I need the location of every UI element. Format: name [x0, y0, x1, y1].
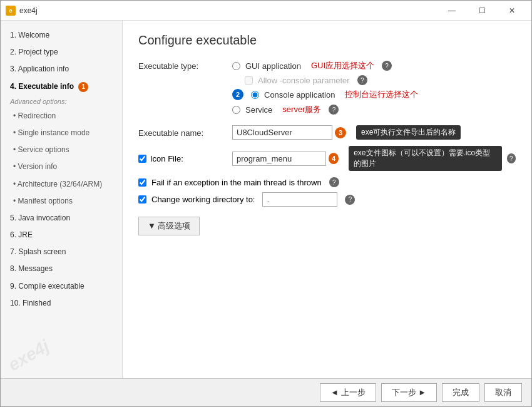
working-dir-checkbox[interactable]: [138, 195, 146, 204]
working-dir-help-icon[interactable]: ?: [345, 195, 355, 205]
executable-name-input[interactable]: [232, 125, 332, 140]
executable-name-label: Executable name:: [138, 127, 232, 138]
app-icon: e: [6, 6, 16, 16]
icon-file-annotation: exe文件图标（可以不设置）需要.ico类型的图片: [349, 146, 501, 171]
icon-file-controls: 4 exe文件图标（可以不设置）需要.ico类型的图片 ?: [232, 146, 516, 171]
sidebar-item-version-info[interactable]: • Version info: [1, 158, 122, 175]
icon-file-badge: 4: [329, 153, 339, 164]
fail-exception-row: Fail if an exception in the main thread …: [138, 177, 516, 187]
console-annotation: 控制台运行选择这个: [345, 89, 418, 100]
sidebar: 1. Welcome 2. Project type 3. Applicatio…: [1, 21, 123, 378]
sidebar-item-messages[interactable]: 8. Messages: [1, 260, 122, 277]
executable-name-controls: 3 exe可执行文件导出后的名称: [232, 125, 516, 140]
executable-type-controls: GUI application GUI应用选择这个 ? Allow -conso…: [232, 60, 516, 119]
sidebar-item-app-info[interactable]: 3. Application info: [1, 61, 122, 78]
allow-console-checkbox[interactable]: [245, 76, 253, 85]
service-radio-row: Service server服务 ?: [232, 104, 516, 115]
gui-radio-label: GUI application: [245, 61, 301, 71]
advanced-button[interactable]: ▼ 高级选项: [138, 217, 200, 235]
sidebar-item-welcome[interactable]: 1. Welcome: [1, 27, 122, 44]
allow-console-help-icon[interactable]: ?: [357, 75, 367, 85]
sidebar-item-compile[interactable]: 9. Compile executable: [1, 278, 122, 295]
gui-annotation: GUI应用选择这个: [311, 60, 374, 71]
service-help-icon[interactable]: ?: [329, 105, 339, 115]
service-annotation: server服务: [282, 104, 321, 115]
exe-info-badge: 1: [78, 82, 88, 92]
icon-file-help-icon[interactable]: ?: [507, 153, 516, 163]
next-button[interactable]: 下一步 ►: [381, 383, 437, 402]
maximize-button[interactable]: ☐: [468, 1, 496, 21]
icon-file-row: Icon File: 4 exe文件图标（可以不设置）需要.ico类型的图片 ?: [138, 146, 516, 171]
icon-file-checkbox[interactable]: [138, 155, 146, 163]
footer: ◄ 上一步 下一步 ► 完成 取消: [1, 378, 531, 406]
sidebar-item-jre[interactable]: 6. JRE: [1, 227, 122, 244]
back-button[interactable]: ◄ 上一步: [320, 383, 376, 402]
gui-radio[interactable]: [232, 62, 240, 70]
console-badge: 2: [232, 89, 243, 100]
icon-file-input[interactable]: [232, 152, 326, 166]
gui-help-icon[interactable]: ?: [382, 61, 392, 71]
sidebar-item-project-type[interactable]: 2. Project type: [1, 44, 122, 61]
gui-radio-row: GUI application GUI应用选择这个 ?: [232, 60, 516, 71]
service-radio-label: Service: [245, 105, 272, 115]
sidebar-item-service-options[interactable]: • Service options: [1, 142, 122, 158]
icon-file-label-area: Icon File:: [138, 154, 232, 163]
fail-exception-help-icon[interactable]: ?: [329, 177, 339, 187]
sidebar-item-splash-screen[interactable]: 7. Splash screen: [1, 244, 122, 260]
title-bar: e exe4j — ☐ ✕: [1, 1, 531, 21]
exe-name-annotation: exe可执行文件导出后的名称: [356, 125, 461, 140]
icon-file-label: Icon File:: [150, 154, 183, 163]
sidebar-item-java-invocation[interactable]: 5. Java invocation: [1, 210, 122, 227]
main-window: e exe4j — ☐ ✕ 1. Welcome 2. Project type…: [0, 0, 532, 407]
console-radio-label: Console application: [264, 90, 335, 100]
content-area: Configure executable Executable type: GU…: [123, 21, 531, 378]
allow-console-label: Allow -console parameter: [258, 76, 350, 85]
minimize-button[interactable]: —: [437, 1, 466, 21]
executable-type-label: Executable type:: [138, 60, 232, 71]
close-button[interactable]: ✕: [498, 1, 526, 21]
console-radio-row: 2 Console application 控制台运行选择这个: [232, 89, 516, 100]
window-title: exe4j: [19, 6, 437, 15]
fail-exception-label: Fail if an exception in the main thread …: [151, 178, 322, 187]
executable-type-row: Executable type: GUI application GUI应用选择…: [138, 60, 516, 119]
sidebar-item-architecture[interactable]: • Architecture (32/64/ARM): [1, 176, 122, 193]
sidebar-item-manifest-options[interactable]: • Manifest options: [1, 193, 122, 210]
sidebar-item-exe-info[interactable]: 4. Executable info 1: [1, 78, 122, 95]
exe-name-badge: 3: [335, 127, 346, 138]
executable-name-row: Executable name: 3 exe可执行文件导出后的名称: [138, 125, 516, 140]
sidebar-item-single-instance[interactable]: • Single instance mode: [1, 125, 122, 142]
working-dir-row: Change working directory to: ?: [138, 192, 516, 207]
sidebar-item-finished[interactable]: 10. Finished: [1, 295, 122, 312]
sidebar-watermark: exe4j: [5, 336, 53, 376]
finish-button[interactable]: 完成: [442, 383, 479, 402]
working-dir-label: Change working directory to:: [151, 195, 255, 204]
working-dir-input[interactable]: [262, 192, 337, 207]
service-radio[interactable]: [232, 106, 240, 114]
advanced-options-label: Advanced options:: [1, 95, 122, 108]
cancel-button[interactable]: 取消: [484, 383, 522, 402]
allow-console-row: Allow -console parameter ?: [245, 75, 516, 85]
main-content: 1. Welcome 2. Project type 3. Applicatio…: [1, 21, 531, 378]
console-radio[interactable]: [251, 91, 259, 99]
sidebar-item-redirection[interactable]: • Redirection: [1, 108, 122, 125]
window-controls: — ☐ ✕: [437, 1, 526, 21]
fail-exception-checkbox[interactable]: [138, 178, 146, 187]
page-title: Configure executable: [138, 33, 516, 48]
